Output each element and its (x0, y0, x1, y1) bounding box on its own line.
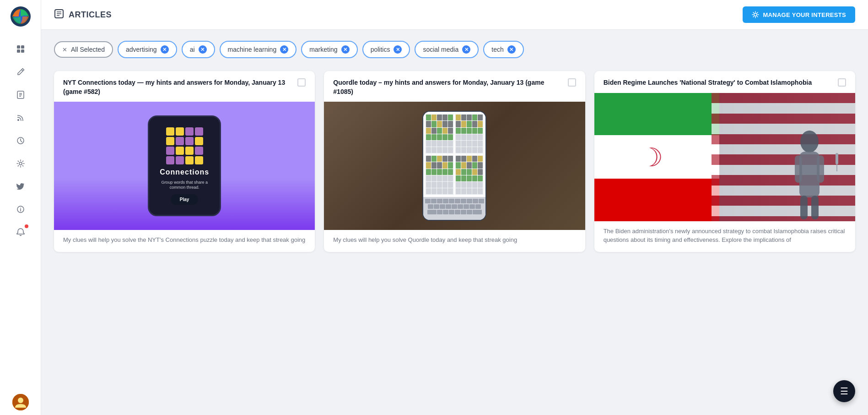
svg-rect-5 (21, 49, 24, 53)
quordle-q3 (425, 155, 454, 195)
page-title: ARTICLES (69, 10, 112, 20)
article-title-3: Biden Regime Launches 'National Strategy… (604, 78, 832, 87)
article-title-1: NYT Connections today — my hints and ans… (63, 78, 292, 96)
filter-politics-label: politics (371, 46, 390, 53)
filter-politics-close[interactable]: ✕ (394, 45, 402, 54)
article-image-1: Connections Group words that share a com… (54, 102, 315, 230)
svg-rect-3 (21, 45, 24, 49)
article-checkbox-1[interactable] (297, 78, 306, 87)
article-image-2 (324, 102, 585, 230)
quordle-q4 (455, 155, 484, 195)
article-desc-2: My clues will help you solve Quordle tod… (324, 230, 585, 252)
user-avatar[interactable] (12, 394, 29, 410)
articles-grid: NYT Connections today — my hints and ans… (54, 71, 855, 252)
filter-marketing-label: marketing (309, 46, 337, 53)
quordle-screen (423, 112, 485, 197)
all-selected-label: All Selected (71, 46, 105, 53)
article-desc-1: My clues will help you solve the NYT's C… (54, 230, 315, 252)
sidebar-item-articles[interactable] (11, 85, 30, 104)
quordle-q1 (425, 114, 454, 154)
connections-subtitle: Group words that share a common thread. (156, 180, 212, 191)
filter-tag-tech[interactable]: tech ✕ (483, 41, 523, 58)
main-content: ARTICLES MANAGE YOUR INTERESTS ✕ All Sel… (41, 0, 868, 415)
filter-tech-close[interactable]: ✕ (507, 45, 516, 54)
sidebar-item-info[interactable] (11, 200, 30, 219)
article-title-2: Quordle today – my hints and answers for… (333, 78, 562, 96)
filter-tag-advertising[interactable]: advertising ✕ (118, 41, 177, 58)
sidebar-item-history[interactable] (11, 131, 30, 150)
quordle-image (324, 102, 585, 230)
article-image-3: ☽ (594, 93, 855, 221)
svg-rect-28 (811, 196, 819, 219)
article-checkbox-2[interactable] (568, 78, 576, 87)
filter-bar: ✕ All Selected advertising ✕ ai ✕ machin… (54, 41, 855, 58)
filter-marketing-close[interactable]: ✕ (341, 45, 350, 54)
iran-emblem-icon: ☽ (640, 142, 663, 172)
svg-rect-26 (817, 155, 824, 183)
sidebar-item-feed[interactable] (11, 108, 30, 127)
svg-point-10 (17, 119, 19, 121)
biden-image: ☽ (594, 93, 855, 221)
filter-tag-ai[interactable]: ai ✕ (182, 41, 215, 58)
notification-badge (25, 224, 28, 228)
sidebar-item-edit[interactable] (11, 62, 30, 82)
all-selected-x: ✕ (62, 46, 67, 53)
page-title-area: ARTICLES (54, 9, 112, 21)
connections-play-btn[interactable]: Play (171, 194, 199, 205)
svg-rect-30 (836, 164, 837, 171)
svg-rect-24 (799, 152, 819, 197)
article-card-2: Quordle today – my hints and answers for… (324, 71, 585, 252)
article-checkbox-3[interactable] (838, 78, 846, 87)
article-header-3: Biden Regime Launches 'National Strategy… (594, 71, 855, 93)
connections-game-title: Connections (160, 168, 209, 176)
chat-button[interactable]: ☰ (833, 380, 855, 402)
svg-point-12 (19, 162, 22, 165)
filter-social-label: social media (423, 46, 458, 53)
article-desc-3: The Biden administration's newly announc… (594, 221, 855, 252)
phone-keyboard (423, 197, 485, 220)
svg-point-22 (754, 13, 757, 16)
sidebar-item-settings[interactable] (11, 154, 30, 173)
quordle-q2 (455, 114, 484, 154)
article-card-1: NYT Connections today — my hints and ans… (54, 71, 315, 252)
svg-rect-29 (836, 153, 838, 164)
filter-ml-close[interactable]: ✕ (280, 45, 288, 54)
filter-advertising-close[interactable]: ✕ (161, 45, 169, 54)
article-header-2: Quordle today – my hints and answers for… (324, 71, 585, 102)
filter-tag-social-media[interactable]: social media ✕ (415, 41, 479, 58)
filter-ai-label: ai (190, 46, 195, 53)
svg-point-23 (800, 131, 819, 153)
app-logo[interactable] (9, 5, 32, 28)
microphone-icon (832, 151, 841, 175)
manage-interests-label: MANAGE YOUR INTERESTS (763, 11, 846, 18)
svg-point-17 (18, 398, 23, 403)
quordle-phone (422, 111, 486, 221)
svg-rect-2 (17, 45, 20, 49)
filter-ai-close[interactable]: ✕ (199, 45, 207, 54)
filter-tech-label: tech (491, 46, 503, 53)
phone-mockup: Connections Group words that share a com… (148, 115, 221, 216)
sidebar-item-twitter[interactable] (11, 177, 30, 196)
sidebar (0, 0, 41, 415)
article-card-3: Biden Regime Launches 'National Strategy… (594, 71, 855, 252)
chat-icon: ☰ (840, 386, 848, 397)
person-silhouette (791, 128, 828, 221)
svg-rect-25 (795, 155, 802, 183)
manage-interests-button[interactable]: MANAGE YOUR INTERESTS (743, 6, 855, 23)
sidebar-item-notifications[interactable] (11, 223, 30, 242)
filter-advertising-label: advertising (126, 46, 157, 53)
filter-all-selected[interactable]: ✕ All Selected (54, 41, 113, 58)
sidebar-item-dashboard[interactable] (11, 39, 30, 59)
connections-image: Connections Group words that share a com… (54, 102, 315, 230)
filter-ml-label: machine learning (228, 46, 277, 53)
content-area: ✕ All Selected advertising ✕ ai ✕ machin… (41, 30, 868, 415)
connections-puzzle-icon (166, 127, 203, 164)
filter-tag-marketing[interactable]: marketing ✕ (301, 41, 357, 58)
filter-tag-politics[interactable]: politics ✕ (362, 41, 410, 58)
svg-rect-27 (800, 196, 808, 219)
page-header: ARTICLES MANAGE YOUR INTERESTS (41, 0, 868, 30)
filter-social-close[interactable]: ✕ (462, 45, 470, 54)
articles-icon (54, 9, 64, 21)
svg-rect-4 (17, 49, 20, 53)
filter-tag-machine-learning[interactable]: machine learning ✕ (220, 41, 297, 58)
